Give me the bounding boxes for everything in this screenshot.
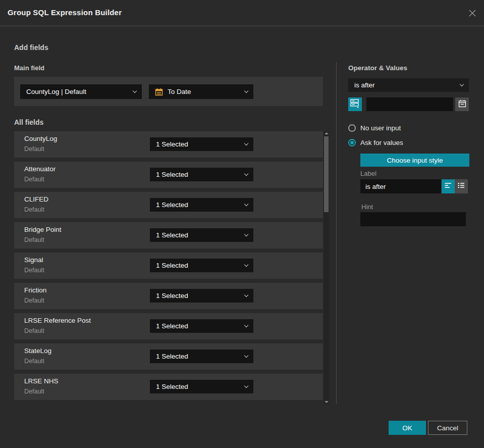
field-type: Default [24,388,44,395]
chevron-down-icon [244,202,248,206]
dialog-title: Group SQL Expression Builder [8,8,122,17]
ok-button[interactable]: OK [389,421,426,435]
choose-input-style-button[interactable]: Choose input style [360,154,469,167]
field-row: Bridge Point Default 1 Selected [14,222,323,248]
list-scrollbar[interactable] [324,131,329,404]
date-picker-button[interactable] [455,97,469,111]
radio-circle-icon[interactable] [348,124,356,132]
field-selection-value: 1 Selected [156,140,188,148]
field-selection-dropdown[interactable]: 1 Selected [150,289,253,303]
vertical-divider [336,62,337,404]
chevron-down-icon [244,353,248,357]
radio-circle-selected-icon[interactable] [348,139,356,146]
dialog-titlebar: Group SQL Expression Builder [0,0,484,26]
field-row: Attenuator Default 1 Selected [14,162,323,188]
date-field-dropdown[interactable]: To Date [149,84,253,99]
radio-ask-for-values-label: Ask for values [360,139,403,146]
field-selection-dropdown[interactable]: 1 Selected [150,319,253,333]
field-type: Default [24,267,44,274]
scroll-up-icon[interactable] [325,132,329,134]
value-input[interactable] [366,97,453,111]
value-type-button[interactable] [348,97,362,111]
field-type: Default [24,176,44,183]
field-row: CLIFED Default 1 Selected [14,192,323,218]
field-selection-dropdown[interactable]: 1 Selected [150,168,253,181]
field-row: CountyLog Default 1 Selected [14,131,323,158]
radio-no-user-input[interactable]: No user input [348,124,401,132]
calendar-icon [155,88,163,96]
field-type: Default [24,297,44,304]
field-selection-value: 1 Selected [156,262,188,269]
chevron-down-icon [244,232,248,236]
single-line-style-button[interactable] [442,179,455,193]
field-selection-dropdown[interactable]: 1 Selected [150,198,253,212]
field-row: StateLog Default 1 Selected [14,343,323,370]
field-selection-value: 1 Selected [156,353,188,360]
field-selection-dropdown[interactable]: 1 Selected [150,259,253,272]
cancel-button[interactable]: Cancel [428,421,467,435]
field-name: LRSE NHS [24,377,59,385]
chevron-down-icon [244,171,248,175]
field-selection-value: 1 Selected [156,201,188,209]
scroll-down-icon[interactable] [325,401,329,403]
field-name: Attenuator [24,165,56,173]
list-style-button[interactable] [455,179,468,193]
field-row: Friction Default 1 Selected [14,283,323,309]
field-name: Friction [24,286,46,294]
field-name: CLIFED [24,195,48,203]
field-type: Default [24,145,44,153]
chevron-down-icon [244,383,248,387]
radio-no-user-input-label: No user input [360,124,401,132]
main-field-dropdown[interactable]: CountyLog | Default [20,84,142,99]
field-name: StateLog [24,347,51,355]
stacked-values-icon [350,98,360,110]
chevron-down-icon [244,292,248,296]
field-selection-dropdown[interactable]: 1 Selected [150,228,253,242]
label-caption: Label [360,170,377,177]
chevron-down-icon [244,262,248,266]
main-field-heading: Main field [14,64,44,72]
calendar-icon [458,99,466,110]
field-type: Default [24,327,44,334]
hint-input[interactable] [360,212,466,226]
add-fields-heading: Add fields [14,43,48,52]
field-type: Default [24,358,44,365]
all-fields-heading: All fields [14,118,43,126]
list-input-icon [457,181,465,191]
operator-dropdown[interactable]: is after [348,78,469,92]
date-field-dropdown-value: To Date [168,88,191,95]
operator-dropdown-value: is after [354,81,375,89]
radio-ask-for-values[interactable]: Ask for values [348,139,403,146]
field-selection-value: 1 Selected [156,292,188,300]
field-selection-value: 1 Selected [156,231,188,239]
field-name: Bridge Point [24,226,62,233]
main-field-dropdown-value: CountyLog | Default [26,88,86,95]
field-name: LRSE Reference Post [24,317,91,324]
field-row: LRSE Reference Post Default 1 Selected [14,313,323,339]
field-selection-value: 1 Selected [156,383,188,390]
field-name: CountyLog [24,135,57,142]
scrollbar-thumb[interactable] [324,136,329,212]
chevron-down-icon [244,141,248,145]
chevron-down-icon [460,82,464,86]
field-selection-value: 1 Selected [156,322,188,330]
hint-caption: Hint [361,203,373,211]
field-selection-dropdown[interactable]: 1 Selected [150,350,253,363]
close-icon[interactable] [467,8,477,18]
field-type: Default [24,236,44,243]
main-field-bar: CountyLog | Default To Date [14,77,323,106]
field-selection-value: 1 Selected [156,171,188,178]
operator-values-heading: Operator & Values [348,64,407,72]
all-fields-list: CountyLog Default 1 Selected Attenuator … [14,131,323,404]
chevron-down-icon [244,323,248,327]
chevron-down-icon [244,88,248,92]
label-input[interactable] [360,179,441,193]
chevron-down-icon [133,88,137,92]
field-name: Signal [24,256,43,264]
field-type: Default [24,206,44,213]
single-line-input-icon [444,181,452,191]
field-row: LRSE NHS Default 1 Selected [14,374,323,400]
field-selection-dropdown[interactable]: 1 Selected [150,380,253,393]
field-selection-dropdown[interactable]: 1 Selected [150,137,253,151]
field-row: Signal Default 1 Selected [14,253,323,279]
